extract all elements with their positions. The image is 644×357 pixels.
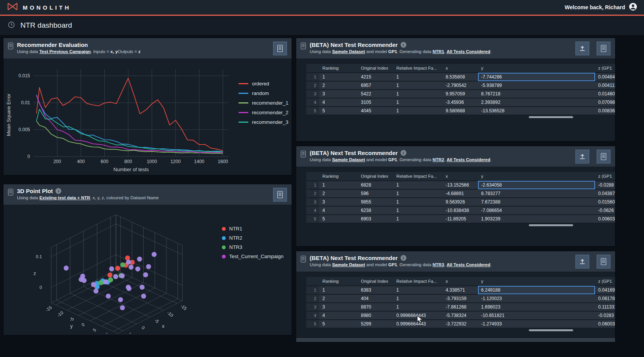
- selected-cell[interactable]: -7.744286: [478, 73, 595, 81]
- table-cell[interactable]: 2: [319, 189, 358, 198]
- table-cell[interactable]: 0.01460: [595, 90, 615, 98]
- table-cell[interactable]: 1: [393, 90, 443, 98]
- legend-item-recommender_1[interactable]: recommender_1: [238, 100, 288, 106]
- table-cell[interactable]: 3: [319, 303, 358, 311]
- table-cell[interactable]: -1.274933: [478, 320, 595, 328]
- table-cell[interactable]: 1: [393, 294, 443, 303]
- all-tests-considered-link[interactable]: All Tests Considered: [446, 262, 490, 267]
- table-cell[interactable]: 1: [393, 98, 443, 107]
- dataset-link[interactable]: Existing test data + NTR: [39, 195, 90, 200]
- table-cell[interactable]: 6957: [358, 81, 393, 90]
- table-cell[interactable]: 1: [393, 303, 443, 311]
- table-cell[interactable]: 0.111331: [595, 303, 615, 311]
- report-button[interactable]: [597, 42, 610, 55]
- legend-item-NTR1[interactable]: NTR1: [222, 226, 283, 232]
- table-cell[interactable]: 4215: [358, 73, 393, 81]
- table-cell[interactable]: -0.0288: [595, 181, 615, 189]
- generated-data-link[interactable]: NTR1: [433, 49, 444, 54]
- table-cell[interactable]: 8.535808: [443, 73, 478, 81]
- table-cell[interactable]: 2.393892: [478, 98, 595, 107]
- report-button[interactable]: [273, 188, 287, 202]
- report-button[interactable]: [597, 150, 610, 163]
- table-cell[interactable]: 404: [358, 294, 393, 303]
- dataset-link[interactable]: Sample Dataset: [332, 262, 365, 267]
- all-tests-considered-link[interactable]: All Tests Considered: [446, 157, 490, 162]
- table-cell[interactable]: 1: [393, 81, 443, 90]
- table-cell[interactable]: -4.68891: [443, 189, 478, 198]
- table-cell[interactable]: 0.9996664443: [393, 320, 443, 328]
- table-cell[interactable]: 1.903239: [478, 215, 595, 223]
- table-cell[interactable]: 0.04169: [595, 286, 615, 294]
- table-cell[interactable]: 3105: [358, 98, 393, 107]
- table-cell[interactable]: 2: [319, 81, 358, 90]
- table-cell[interactable]: 9855: [358, 198, 393, 206]
- table-cell[interactable]: 596: [358, 189, 393, 198]
- table-cell[interactable]: -13.152566: [443, 181, 478, 189]
- table-cell[interactable]: 1: [393, 215, 443, 223]
- table-cell[interactable]: -7.086654: [478, 206, 595, 215]
- table-cell[interactable]: 6383: [358, 286, 393, 294]
- legend-item-NTR3[interactable]: NTR3: [222, 244, 283, 250]
- table-cell[interactable]: -13.536528: [478, 107, 595, 115]
- export-button[interactable]: [575, 255, 589, 269]
- table-cell[interactable]: -0.0283: [595, 311, 615, 320]
- table-cell[interactable]: 2: [319, 294, 358, 303]
- info-icon[interactable]: i: [401, 150, 406, 156]
- legend-item-random[interactable]: random: [238, 90, 288, 96]
- table-cell[interactable]: -7.861268: [443, 303, 478, 311]
- export-button[interactable]: [575, 42, 589, 55]
- table-cell[interactable]: -5.738324: [443, 311, 478, 320]
- table-cell[interactable]: 7.672388: [478, 198, 595, 206]
- legend-item-recommender_3[interactable]: recommender_3: [238, 119, 288, 125]
- table-cell[interactable]: -5.938789: [478, 81, 595, 90]
- scrollbar-thumb[interactable]: [529, 224, 573, 226]
- table-cell[interactable]: -2.790542: [443, 81, 478, 90]
- table-cell[interactable]: 6238: [358, 206, 393, 215]
- table-cell[interactable]: 1: [393, 181, 443, 189]
- report-button[interactable]: [273, 42, 287, 55]
- table-cell[interactable]: -10.638438: [443, 206, 478, 215]
- table-cell[interactable]: 5: [319, 320, 358, 328]
- dataset-link[interactable]: Sample Dataset: [332, 157, 365, 162]
- table-cell[interactable]: 1: [393, 107, 443, 115]
- user-avatar[interactable]: [629, 3, 637, 12]
- table-cell[interactable]: 9.957059: [443, 90, 478, 98]
- table-cell[interactable]: 9.580688: [443, 107, 478, 115]
- info-icon[interactable]: i: [55, 188, 61, 194]
- table-cell[interactable]: 8.783277: [478, 189, 595, 198]
- info-icon[interactable]: i: [401, 42, 406, 48]
- table-cell[interactable]: 1.698023: [478, 303, 595, 311]
- table-cell[interactable]: 3: [319, 198, 358, 206]
- table-cell[interactable]: 1: [393, 73, 443, 81]
- table-cell[interactable]: 5299: [358, 320, 393, 328]
- table-cell[interactable]: 0.07098: [595, 98, 615, 107]
- panel-scrollbar-track[interactable]: [296, 338, 615, 342]
- table-cell[interactable]: 0.06003: [595, 320, 615, 328]
- table-cell[interactable]: 5422: [358, 90, 393, 98]
- legend-item-ordered[interactable]: ordered: [238, 81, 288, 87]
- selected-cell[interactable]: -2.634058: [478, 181, 595, 189]
- table-cell[interactable]: 0.04387: [595, 189, 615, 198]
- table-cell[interactable]: 4: [319, 311, 358, 320]
- scrollbar-thumb[interactable]: [529, 116, 573, 118]
- table-cell[interactable]: -0.0626: [595, 206, 615, 215]
- scrollbar-thumb[interactable]: [529, 329, 573, 331]
- table-cell[interactable]: 1: [319, 181, 358, 189]
- export-button[interactable]: [575, 150, 589, 163]
- table-cell[interactable]: -3.793159: [443, 294, 478, 303]
- table-cell[interactable]: -3.45936: [443, 98, 478, 107]
- table-cell[interactable]: 0.06178: [595, 294, 615, 303]
- table-cell[interactable]: -3.722932: [443, 320, 478, 328]
- table-cell[interactable]: 0.00836: [595, 107, 615, 115]
- table-cell[interactable]: -1.120023: [478, 294, 595, 303]
- table-cell[interactable]: 9.563926: [443, 198, 478, 206]
- dataset-link[interactable]: Sample Dataset: [332, 49, 365, 54]
- all-tests-considered-link[interactable]: All Tests Considered: [446, 49, 490, 54]
- table-cell[interactable]: -11.89205: [443, 215, 478, 223]
- table-cell[interactable]: 1: [319, 73, 358, 81]
- table-cell[interactable]: 4: [319, 206, 358, 215]
- table-cell[interactable]: 4.338571: [443, 286, 478, 294]
- table-cell[interactable]: 1: [393, 189, 443, 198]
- table-cell[interactable]: 8980: [358, 311, 393, 320]
- table-cell[interactable]: 5: [319, 107, 358, 115]
